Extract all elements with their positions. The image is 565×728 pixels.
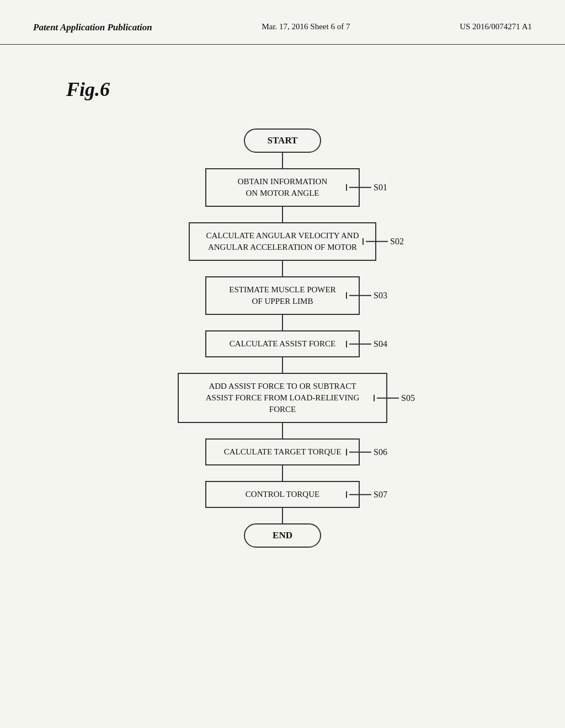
step-s07-label-line: S07 <box>349 488 387 500</box>
step-s01-wrapper: OBTAIN INFORMATIONON MOTOR ANGLE S01 <box>205 168 360 207</box>
step-s04-wrapper: CALCULATE ASSIST FORCE S04 <box>205 330 360 357</box>
step-s06-label-line: S06 <box>349 446 387 458</box>
connector-5 <box>282 423 283 438</box>
connector-3 <box>282 315 283 330</box>
step-s07-box: CONTROL TORQUE S07 <box>205 481 360 508</box>
step-s02-text: CALCULATE ANGULAR VELOCITY ANDANGULAR AC… <box>206 231 359 251</box>
step-s04-box: CALCULATE ASSIST FORCE S04 <box>205 330 360 357</box>
step-s07-tick <box>349 494 371 495</box>
step-s06-label: S06 <box>374 446 387 458</box>
step-s05-box: ADD ASSIST FORCE TO OR SUBTRACTASSIST FO… <box>178 373 387 423</box>
step-s04-text: CALCULATE ASSIST FORCE <box>230 339 335 348</box>
step-s01-box: OBTAIN INFORMATIONON MOTOR ANGLE S01 <box>205 168 360 207</box>
step-s06-text: CALCULATE TARGET TORQUE <box>224 447 342 456</box>
step-s02-wrapper: CALCULATE ANGULAR VELOCITY ANDANGULAR AC… <box>189 222 376 261</box>
connector-0 <box>282 153 283 168</box>
connector-7 <box>282 508 283 523</box>
end-box: END <box>244 523 321 548</box>
step-s02-box: CALCULATE ANGULAR VELOCITY ANDANGULAR AC… <box>189 222 376 261</box>
step-s07-text: CONTROL TORQUE <box>246 490 319 499</box>
step-s04-label-line: S04 <box>349 338 387 350</box>
step-s03-label: S03 <box>374 290 387 302</box>
step-s01-tick <box>349 187 371 188</box>
step-s03-label-line: S03 <box>349 290 387 302</box>
step-s02-label-line: S02 <box>366 235 404 248</box>
connector-4 <box>282 357 283 373</box>
step-s07-label: S07 <box>374 488 387 500</box>
step-s03-tick <box>349 295 371 296</box>
start-box: START <box>244 129 321 153</box>
step-s06-wrapper: CALCULATE TARGET TORQUE S06 <box>205 438 360 465</box>
connector-2 <box>282 261 283 276</box>
step-s03-wrapper: ESTIMATE MUSCLE POWEROF UPPER LIMB S03 <box>205 276 360 315</box>
header-publication-label: Patent Application Publication <box>33 22 152 33</box>
header-patent-number: US 2016/0074271 A1 <box>460 22 532 31</box>
step-s06-tick <box>349 451 371 452</box>
step-s05-tick <box>377 397 399 398</box>
flowchart: START OBTAIN INFORMATIONON MOTOR ANGLE S… <box>0 117 565 581</box>
header: Patent Application Publication Mar. 17, … <box>0 0 565 45</box>
connector-1 <box>282 207 283 222</box>
step-s01-text: OBTAIN INFORMATIONON MOTOR ANGLE <box>238 177 328 197</box>
step-s05-wrapper: ADD ASSIST FORCE TO OR SUBTRACTASSIST FO… <box>178 373 387 423</box>
figure-label: Fig.6 <box>66 78 565 101</box>
step-s02-tick <box>366 241 388 242</box>
step-s03-box: ESTIMATE MUSCLE POWEROF UPPER LIMB S03 <box>205 276 360 315</box>
page: Patent Application Publication Mar. 17, … <box>0 0 565 728</box>
step-s01-label: S01 <box>374 181 387 194</box>
step-s05-label: S05 <box>401 392 415 404</box>
step-s05-label-line: S05 <box>377 392 415 404</box>
step-s06-box: CALCULATE TARGET TORQUE S06 <box>205 438 360 465</box>
step-s05-text: ADD ASSIST FORCE TO OR SUBTRACTASSIST FO… <box>206 382 360 414</box>
step-s01-label-line: S01 <box>349 181 387 194</box>
header-date-sheet: Mar. 17, 2016 Sheet 6 of 7 <box>262 22 350 31</box>
step-s04-tick <box>349 343 371 344</box>
connector-6 <box>282 465 283 481</box>
step-s04-label: S04 <box>374 338 387 350</box>
step-s03-text: ESTIMATE MUSCLE POWEROF UPPER LIMB <box>229 285 335 306</box>
step-s07-wrapper: CONTROL TORQUE S07 <box>205 481 360 508</box>
step-s02-label: S02 <box>390 235 404 248</box>
